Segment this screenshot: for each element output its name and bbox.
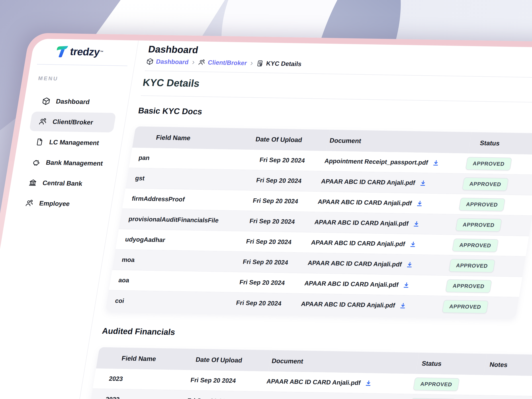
column-header: Notes <box>483 354 532 377</box>
document-link: APAAR ABC ID CARD Anjali.pdf <box>321 178 427 187</box>
document-link: Appointment Receipt_passport.pdf <box>324 157 440 166</box>
breadcrumb-dashboard[interactable]: Dashboard <box>146 58 189 66</box>
sidebar-item-lc-management[interactable]: LC Management <box>26 132 113 153</box>
sidebar-item-client-broker[interactable]: Client/Broker <box>29 112 116 132</box>
breadcrumb-label: Client/Broker <box>207 59 247 67</box>
file-icon <box>35 138 44 146</box>
sidebar-item-label: LC Management <box>49 138 100 146</box>
app-card: tredzy ™ MENU Dashboard Client/Broker <box>0 38 532 399</box>
column-header: Field Name <box>96 347 196 370</box>
cell-field: provisionalAuditFinancialsFile <box>119 209 243 231</box>
status-badge: APPROVED <box>465 157 512 171</box>
cell-document: APAAR ABC ID CARD Anjali.pdf <box>299 294 445 317</box>
download-icon[interactable] <box>409 241 417 248</box>
breadcrumb-label: KYC Details <box>266 60 302 68</box>
sidebar-item-label: Central Bank <box>42 179 83 187</box>
cell-date: Fri Sep 20 2024 <box>189 370 268 392</box>
sidebar-item-dashboard[interactable]: Dashboard <box>32 91 120 112</box>
column-header: Status <box>416 353 487 375</box>
column-header: Field Name <box>132 126 257 150</box>
cell-status: APPROVED <box>451 235 529 257</box>
breadcrumb-kyc-details: KYC Details <box>256 60 302 68</box>
sidebar-item-employee[interactable]: Employee <box>16 193 103 214</box>
cell-status: APPROVED <box>412 374 483 395</box>
document-link: APAAR ABC ID CARD Anjali.pdf <box>301 300 407 309</box>
breadcrumb-label: Dashboard <box>156 58 189 66</box>
kyc-details-title: KYC Details <box>142 77 532 97</box>
download-icon[interactable] <box>406 261 414 268</box>
tredzy-logo-icon <box>54 44 70 58</box>
cell-field: coi <box>106 290 230 313</box>
cell-field: firmAddressProof <box>122 188 246 211</box>
cell-date: Fri Sep 20 2024 <box>230 272 306 294</box>
sidebar-item-label: Client/Broker <box>52 118 94 126</box>
cell-date: Fri Sep 20 2024 <box>236 231 313 253</box>
brand-logo[interactable]: tredzy ™ <box>32 44 137 59</box>
cell-status: APPROVED <box>458 194 532 216</box>
cube-icon <box>41 97 51 105</box>
cell-document: APAAR ABC ID CARD Anjali.pdf <box>316 192 461 215</box>
cell-field: 2022 <box>89 389 189 399</box>
cell-status: APPROVED <box>445 276 522 298</box>
document-filename: APAAR ABC ID CARD Anjali.pdf <box>301 300 396 309</box>
breadcrumb-separator: › <box>191 58 195 66</box>
download-icon[interactable] <box>419 180 427 187</box>
users-icon <box>38 117 48 126</box>
cube-icon <box>146 58 154 65</box>
cell-notes <box>480 375 532 397</box>
cell-document: APAAR ABC ID CARD Anjali.pdf <box>306 253 451 276</box>
users-icon <box>197 59 206 66</box>
sidebar-nav: Dashboard Client/Broker LC Management Ba… <box>6 91 130 214</box>
cell-date: Fri Sep 20 2024 <box>250 150 326 171</box>
brand-name: tredzy <box>69 45 101 58</box>
column-header: Date Of Upload <box>253 129 330 151</box>
document-link: APAAR ABC ID CARD Anjali.pdf <box>304 280 410 289</box>
cell-document: APAAR ABC ID CARD Anjali.pdf <box>303 273 448 296</box>
document-filename: APAAR ABC ID CARD Anjali.pdf <box>314 219 409 227</box>
cell-status: APPROVED <box>448 255 526 277</box>
document-filename: APAAR ABC ID CARD Anjali.pdf <box>304 280 399 288</box>
audited-financials-table: Field NameDate Of UploadDocumentStatusNo… <box>89 347 532 399</box>
cell-field: pan <box>129 148 253 170</box>
cell-date: Fri Sep 20 2024 <box>243 191 319 212</box>
column-header: Document <box>268 350 419 374</box>
sidebar-item-label: Employee <box>39 200 70 207</box>
cell-date: Fri Sep 20 2024 <box>246 170 323 192</box>
status-badge: APPROVED <box>455 218 502 232</box>
download-icon[interactable] <box>364 380 372 387</box>
status-badge: APPROVED <box>410 398 456 399</box>
document-filename: APAAR ABC ID CARD Anjali.pdf <box>307 259 402 268</box>
cell-status: APPROVED <box>441 296 519 318</box>
pink-frame: tredzy ™ MENU Dashboard Client/Broker <box>0 33 532 399</box>
sidebar-item-bank-management[interactable]: Bank Management <box>22 152 109 173</box>
download-icon[interactable] <box>399 302 407 309</box>
download-icon[interactable] <box>416 200 424 207</box>
cell-field: udyogAadhar <box>115 229 240 252</box>
document-link: APAAR ABC ID CARD Anjali.pdf <box>317 198 424 207</box>
piggy-bank-icon <box>32 158 41 166</box>
breadcrumb-client-broker[interactable]: Client/Broker <box>197 59 247 67</box>
clipboard-check-icon <box>256 60 264 67</box>
content-divider <box>141 95 532 104</box>
column-header: Status <box>468 132 532 155</box>
document-filename: APAAR ABC ID CARD Anjali.pdf <box>266 378 361 386</box>
document-filename: APAAR ABC ID CARD Anjali.pdf <box>310 239 406 248</box>
sidebar-item-central-bank[interactable]: Central Bank <box>19 173 106 194</box>
page-header: Dashboard Dashboard › Client/Broker › <box>145 41 532 79</box>
cell-document: APAAR ABC ID CARD Anjali.pdf <box>319 171 465 194</box>
cell-field: aoa <box>109 270 233 292</box>
sidebar-divider <box>37 64 127 66</box>
cell-document: APAAR ABC ID CARD Anjali.pdf <box>313 212 458 235</box>
cell-field: moa <box>112 250 236 272</box>
cell-document: Appointment Receipt_passport.pdf <box>323 151 468 174</box>
status-badge: APPROVED <box>445 279 492 293</box>
cell-date: Fri Sep 20 2024 <box>185 391 265 399</box>
breadcrumb-separator: › <box>250 59 254 67</box>
basic-kyc-table: Field NameDate Of UploadDocumentStatus p… <box>106 126 532 318</box>
download-icon[interactable] <box>412 220 420 228</box>
download-icon[interactable] <box>432 159 440 166</box>
document-link: APAAR ABC ID CARD Anjali.pdf <box>310 239 417 248</box>
download-icon[interactable] <box>402 282 410 289</box>
status-badge: APPROVED <box>452 239 499 252</box>
status-badge: APPROVED <box>462 177 508 191</box>
